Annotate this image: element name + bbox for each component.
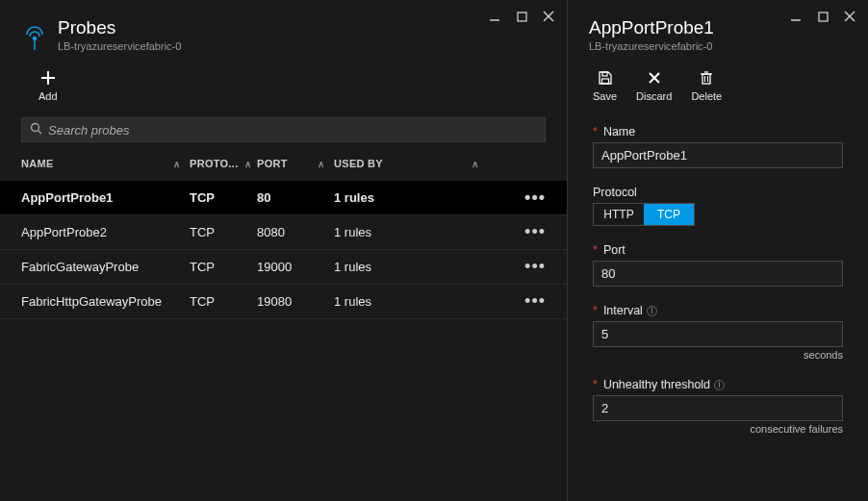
row-menu-icon[interactable]: ••• — [524, 222, 546, 241]
save-button[interactable]: Save — [593, 69, 617, 102]
row-menu-icon[interactable]: ••• — [524, 188, 546, 207]
detail-panel: AppPortProbe1 LB-tryazureservicefabric-0… — [568, 0, 868, 501]
info-icon[interactable]: i — [714, 380, 725, 390]
threshold-label: Unhealthy threshold — [603, 378, 710, 391]
search-box[interactable] — [21, 117, 546, 142]
table-row[interactable]: FabricGatewayProbeTCP190001 rules••• — [0, 250, 567, 285]
cell-name: AppPortProbe2 — [21, 225, 190, 239]
svg-point-4 — [33, 37, 37, 40]
svg-rect-18 — [702, 74, 710, 84]
cell-protocol: TCP — [190, 294, 257, 309]
sort-icon: ∧ — [244, 159, 251, 169]
cell-name: FabricHttpGatewayProbe — [21, 294, 190, 309]
sort-icon: ∧ — [472, 159, 478, 169]
sort-icon: ∧ — [318, 159, 324, 169]
table-row[interactable]: AppPortProbe1TCP801 rules••• — [0, 181, 567, 215]
threshold-input[interactable] — [593, 395, 843, 421]
sort-icon: ∧ — [173, 159, 180, 169]
cell-usedby: 1 rules — [334, 225, 488, 239]
row-menu-icon[interactable]: ••• — [524, 291, 546, 311]
name-field: *Name — [593, 125, 843, 168]
cell-protocol: TCP — [190, 190, 257, 205]
cell-port: 80 — [257, 190, 334, 205]
discard-button[interactable]: Discard — [636, 69, 672, 102]
svg-line-9 — [38, 131, 42, 135]
cell-usedby: 1 rules — [334, 190, 488, 205]
table-row[interactable]: AppPortProbe2TCP80801 rules••• — [0, 215, 567, 250]
discard-icon — [646, 69, 663, 87]
add-button[interactable]: Add — [38, 69, 58, 102]
name-label: Name — [603, 125, 635, 138]
cell-port: 19080 — [257, 294, 334, 309]
protocol-tcp-option[interactable]: TCP — [644, 204, 694, 225]
svg-rect-14 — [602, 72, 607, 76]
col-usedby-header[interactable]: USED BY∧ — [334, 158, 488, 169]
cell-port: 8080 — [257, 225, 334, 239]
protocol-http-option[interactable]: HTTP — [594, 204, 644, 225]
trash-icon — [698, 69, 715, 87]
page-subtitle: LB-tryazureservicefabric-0 — [58, 40, 546, 52]
probes-panel: Probes LB-tryazureservicefabric-0 Add NA… — [0, 0, 568, 501]
col-port-header[interactable]: PORT∧ — [257, 158, 334, 169]
info-icon[interactable]: i — [647, 306, 657, 316]
page-title: Probes — [58, 17, 546, 38]
add-label: Add — [38, 90, 58, 102]
cell-usedby: 1 rules — [334, 260, 488, 274]
interval-helper: seconds — [593, 349, 843, 361]
svg-rect-15 — [601, 79, 608, 84]
port-label: Port — [603, 243, 625, 257]
col-name-header[interactable]: NAME∧ — [21, 158, 190, 169]
delete-label: Delete — [691, 90, 722, 102]
table-row[interactable]: FabricHttpGatewayProbeTCP190801 rules••• — [0, 285, 567, 319]
interval-label: Interval — [603, 304, 643, 317]
threshold-field: *Unhealthy thresholdi consecutive failur… — [593, 378, 843, 435]
search-input[interactable] — [48, 123, 537, 138]
col-protocol-header[interactable]: PROTO...∧ — [190, 158, 257, 169]
row-menu-icon[interactable]: ••• — [524, 257, 546, 276]
table-body: AppPortProbe1TCP801 rules•••AppPortProbe… — [0, 181, 567, 319]
interval-field: *Intervali seconds — [593, 304, 843, 361]
cell-protocol: TCP — [190, 260, 257, 274]
detail-title: AppPortProbe1 — [589, 17, 847, 38]
protocol-label: Protocol — [593, 186, 637, 199]
name-input[interactable] — [593, 142, 843, 168]
table-header: NAME∧ PROTO...∧ PORT∧ USED BY∧ — [0, 146, 567, 181]
cell-port: 19000 — [257, 260, 334, 274]
save-label: Save — [593, 90, 617, 102]
svg-point-8 — [32, 124, 39, 132]
threshold-helper: consecutive failures — [593, 423, 843, 435]
cell-name: FabricGatewayProbe — [21, 260, 190, 274]
protocol-toggle: HTTP TCP — [593, 203, 695, 226]
interval-input[interactable] — [593, 321, 843, 347]
search-icon — [30, 122, 42, 138]
protocol-field: Protocol HTTP TCP — [593, 186, 843, 226]
cell-name: AppPortProbe1 — [21, 190, 190, 205]
cell-usedby: 1 rules — [334, 294, 488, 309]
plus-icon — [39, 69, 57, 87]
probe-icon — [21, 25, 48, 52]
delete-button[interactable]: Delete — [691, 69, 722, 102]
port-field: *Port — [593, 243, 843, 287]
detail-subtitle: LB-tryazureservicefabric-0 — [589, 40, 847, 52]
cell-protocol: TCP — [190, 225, 257, 239]
save-icon — [597, 69, 614, 87]
discard-label: Discard — [636, 90, 672, 102]
port-input[interactable] — [593, 261, 843, 287]
